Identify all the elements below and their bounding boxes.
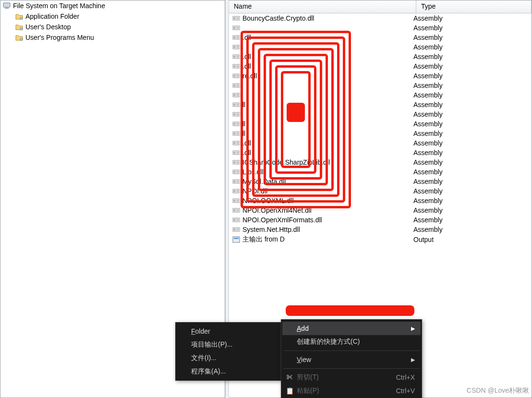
tree-root-label: File System on Target Machine xyxy=(13,2,105,10)
list-item-name: .dll xyxy=(242,149,251,157)
assembly-icon xyxy=(232,82,241,89)
folder-icon xyxy=(15,23,24,31)
svg-rect-48 xyxy=(233,152,235,154)
svg-rect-0 xyxy=(3,3,10,7)
svg-point-2 xyxy=(20,17,22,19)
list-item-name: 主输出 from D xyxy=(242,235,285,244)
chevron-right-icon: ▶ xyxy=(397,357,415,363)
list-item-name: ll xyxy=(242,101,245,109)
list-item[interactable]: NPOI.OpenXml4Net.dllAssembly xyxy=(229,205,532,215)
list-item[interactable]: re.dllAssembly xyxy=(229,71,532,81)
list-item[interactable]: ICSharpCode.SharpZipLib.dllAssembly xyxy=(229,157,532,167)
submenu-item-folder[interactable]: Folder xyxy=(177,325,279,338)
list-item-type: Assembly xyxy=(413,14,529,22)
svg-rect-63 xyxy=(233,200,235,202)
svg-rect-6 xyxy=(233,17,235,19)
svg-rect-34 xyxy=(236,104,239,106)
tree-item-label: Application Folder xyxy=(25,12,79,20)
list-item[interactable]: Assembly xyxy=(229,81,532,90)
list-item[interactable]: .dllAssembly xyxy=(229,52,532,61)
list-item-name: NPOI.OpenXml4Net.dll xyxy=(242,206,312,214)
tree-root[interactable]: File System on Target Machine xyxy=(0,0,225,11)
list-item[interactable]: Assembly xyxy=(229,23,532,33)
svg-rect-74 xyxy=(233,237,240,242)
list-item[interactable]: MySql.Data.dllAssembly xyxy=(229,177,532,186)
list-item[interactable]: Libs.dllAssembly xyxy=(229,167,532,177)
list-item-name: re.dll xyxy=(242,72,257,80)
list-item[interactable]: llAssembly xyxy=(229,100,532,109)
list-item-type: Assembly xyxy=(413,168,529,176)
list-item[interactable]: llAssembly xyxy=(229,119,532,129)
list-item-name: NPOI.OpenXmlFormats.dll xyxy=(242,216,322,224)
svg-rect-67 xyxy=(236,209,239,211)
column-header-name[interactable]: Name xyxy=(229,0,416,13)
list-item-type: Assembly xyxy=(413,34,529,41)
list-item-type: Assembly xyxy=(413,62,529,70)
list-item[interactable]: Assembly xyxy=(229,109,532,119)
menu-item-create-shortcut[interactable]: 创建新的快捷方式(C) xyxy=(282,335,421,349)
list-item[interactable]: System.Net.Http.dllAssembly xyxy=(229,225,532,234)
svg-rect-64 xyxy=(236,200,239,202)
context-menu: Add ▶ 创建新的快捷方式(C) View ▶ ✀ 剪切(T) Ctrl+X … xyxy=(281,319,422,398)
list-item-name: NPOI.dll xyxy=(242,187,267,195)
svg-rect-42 xyxy=(233,133,235,134)
tree-item[interactable]: User's Programs Menu xyxy=(0,32,225,43)
svg-rect-75 xyxy=(234,238,239,239)
tree-item[interactable]: User's Desktop xyxy=(0,22,225,32)
assembly-icon xyxy=(232,159,241,166)
list-item-name: ll xyxy=(242,130,245,137)
list-item[interactable]: NPOI.OOXML.dllAssembly xyxy=(229,196,532,205)
list-item[interactable]: NPOI.dllAssembly xyxy=(229,186,532,196)
assembly-icon xyxy=(232,24,241,31)
assembly-icon xyxy=(232,44,241,50)
svg-rect-37 xyxy=(236,113,239,115)
list-item[interactable]: .dllAssembly xyxy=(229,138,532,148)
list-item-name: NPOI.OOXML.dll xyxy=(242,197,294,205)
svg-rect-36 xyxy=(233,113,235,115)
submenu-item-project-output[interactable]: 项目输出(P)... xyxy=(177,338,279,351)
svg-rect-40 xyxy=(236,123,239,125)
list-item-type: Output xyxy=(413,236,529,243)
column-header-type[interactable]: Type xyxy=(416,0,532,13)
submenu-item-assembly[interactable]: 程序集(A)... xyxy=(177,365,279,378)
tree-item-label: User's Desktop xyxy=(25,23,71,31)
list-item[interactable]: .dllAssembly xyxy=(229,33,532,42)
submenu-add: Folder 项目输出(P)... 文件(I)... 程序集(A)... xyxy=(175,322,281,381)
list-item[interactable]: Assembly xyxy=(229,42,532,52)
list-item[interactable]: .dllAssembly xyxy=(229,61,532,71)
list-item[interactable]: Assembly xyxy=(229,90,532,100)
assembly-icon xyxy=(232,197,241,204)
svg-rect-66 xyxy=(233,209,235,211)
svg-point-4 xyxy=(20,38,22,40)
svg-rect-33 xyxy=(233,104,235,106)
list-item-type: Assembly xyxy=(413,24,529,32)
list-item[interactable]: llAssembly xyxy=(229,129,532,138)
assembly-icon xyxy=(232,111,241,118)
folder-icon xyxy=(15,12,24,20)
tree-item[interactable]: Application Folder xyxy=(0,11,225,22)
list-item-type: Assembly xyxy=(413,91,529,99)
list-item[interactable]: NPOI.OpenXmlFormats.dllAssembly xyxy=(229,215,532,225)
assembly-icon xyxy=(232,101,241,108)
folder-icon xyxy=(15,34,24,41)
svg-rect-28 xyxy=(236,84,239,86)
list-item[interactable]: BouncyCastle.Crypto.dllAssembly xyxy=(229,13,532,23)
svg-rect-72 xyxy=(233,229,235,230)
list-item[interactable]: 主输出 from DOutput xyxy=(229,234,532,245)
menu-item-view[interactable]: View ▶ xyxy=(282,353,421,366)
menu-divider xyxy=(283,368,420,369)
list-item[interactable]: .dllAssembly xyxy=(229,148,532,157)
svg-rect-43 xyxy=(236,133,239,134)
list-item-type: Assembly xyxy=(413,226,529,233)
assembly-icon xyxy=(232,207,241,214)
list-item-name: ICSharpCode.SharpZipLib.dll xyxy=(242,158,330,166)
list-item-type: Assembly xyxy=(413,216,529,224)
menu-item-add[interactable]: Add ▶ xyxy=(282,322,421,335)
svg-rect-7 xyxy=(236,17,239,19)
svg-rect-1 xyxy=(5,8,9,9)
assembly-icon xyxy=(232,169,241,175)
menu-divider xyxy=(283,350,420,351)
list-item-type: Assembly xyxy=(413,110,529,118)
assembly-icon xyxy=(232,92,241,98)
submenu-item-file[interactable]: 文件(I)... xyxy=(177,351,279,365)
